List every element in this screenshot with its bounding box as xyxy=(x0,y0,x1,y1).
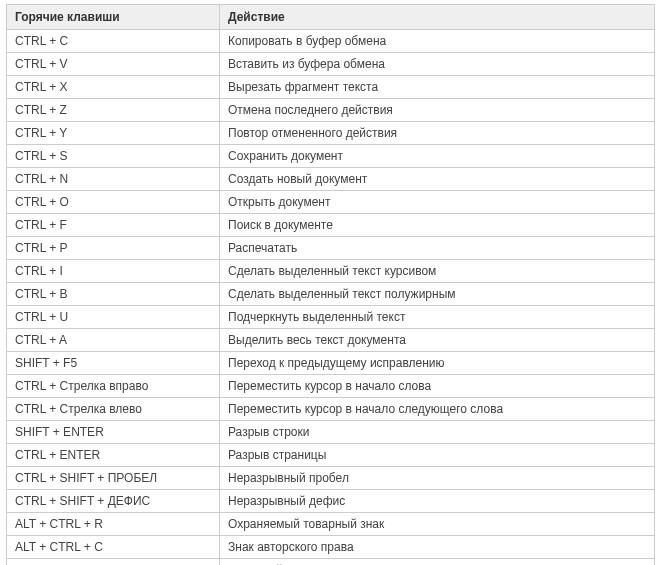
cell-action: Повтор отмененного действия xyxy=(220,122,655,145)
cell-hotkey: CTRL + Стрелка вправо xyxy=(7,375,220,398)
table-row: SHIFT + F5Переход к предыдущему исправле… xyxy=(7,352,655,375)
cell-action: Охраняемый товарный знак xyxy=(220,513,655,536)
table-row: CTRL + BСделать выделенный текст полужир… xyxy=(7,283,655,306)
cell-action: Разрыв строки xyxy=(220,421,655,444)
cell-hotkey: CTRL + U xyxy=(7,306,220,329)
table-row: CTRL + XВырезать фрагмент текста xyxy=(7,76,655,99)
cell-action: Товарный знак xyxy=(220,559,655,566)
table-header-row: Горячие клавиши Действие xyxy=(7,5,655,30)
header-hotkey: Горячие клавиши xyxy=(7,5,220,30)
cell-hotkey: CTRL + F xyxy=(7,214,220,237)
cell-action: Знак авторского права xyxy=(220,536,655,559)
cell-hotkey: ALT + CTRL + R xyxy=(7,513,220,536)
table-row: CTRL + CКопировать в буфер обмена xyxy=(7,30,655,53)
cell-hotkey: ALT + CTRL + T xyxy=(7,559,220,566)
cell-hotkey: CTRL + C xyxy=(7,30,220,53)
cell-action: Поиск в документе xyxy=(220,214,655,237)
table-row: CTRL + YПовтор отмененного действия xyxy=(7,122,655,145)
cell-hotkey: CTRL + N xyxy=(7,168,220,191)
cell-hotkey: SHIFT + ENTER xyxy=(7,421,220,444)
cell-action: Переместить курсор в начало следующего с… xyxy=(220,398,655,421)
cell-action: Вставить из буфера обмена xyxy=(220,53,655,76)
cell-action: Вырезать фрагмент текста xyxy=(220,76,655,99)
table-row: CTRL + AВыделить весь текст документа xyxy=(7,329,655,352)
cell-action: Переместить курсор в начало слова xyxy=(220,375,655,398)
cell-action: Разрыв страницы xyxy=(220,444,655,467)
table-row: ALT + CTRL + CЗнак авторского права xyxy=(7,536,655,559)
shortcuts-table: Горячие клавиши Действие CTRL + CКопиров… xyxy=(6,4,655,565)
cell-action: Копировать в буфер обмена xyxy=(220,30,655,53)
cell-hotkey: CTRL + ENTER xyxy=(7,444,220,467)
cell-hotkey: SHIFT + F5 xyxy=(7,352,220,375)
cell-action: Сохранить документ xyxy=(220,145,655,168)
cell-hotkey: CTRL + Y xyxy=(7,122,220,145)
cell-action: Неразрывный дефис xyxy=(220,490,655,513)
cell-action: Переход к предыдущему исправлению xyxy=(220,352,655,375)
cell-action: Сделать выделенный текст полужирным xyxy=(220,283,655,306)
table-row: SHIFT + ENTERРазрыв строки xyxy=(7,421,655,444)
cell-action: Открыть документ xyxy=(220,191,655,214)
table-row: ALT + CTRL + TТоварный знак xyxy=(7,559,655,566)
cell-hotkey: CTRL + SHIFT + ДЕФИС xyxy=(7,490,220,513)
cell-hotkey: CTRL + SHIFT + ПРОБЕЛ xyxy=(7,467,220,490)
cell-action: Распечатать xyxy=(220,237,655,260)
cell-hotkey: CTRL + V xyxy=(7,53,220,76)
table-row: CTRL + Стрелка влевоПереместить курсор в… xyxy=(7,398,655,421)
header-action: Действие xyxy=(220,5,655,30)
table-row: CTRL + IСделать выделенный текст курсиво… xyxy=(7,260,655,283)
cell-hotkey: CTRL + Стрелка влево xyxy=(7,398,220,421)
table-row: CTRL + SСохранить документ xyxy=(7,145,655,168)
table-row: CTRL + UПодчеркнуть выделенный текст xyxy=(7,306,655,329)
cell-hotkey: CTRL + Z xyxy=(7,99,220,122)
table-row: CTRL + ZОтмена последнего действия xyxy=(7,99,655,122)
table-row: CTRL + VВставить из буфера обмена xyxy=(7,53,655,76)
cell-action: Выделить весь текст документа xyxy=(220,329,655,352)
cell-hotkey: CTRL + I xyxy=(7,260,220,283)
cell-hotkey: CTRL + P xyxy=(7,237,220,260)
cell-hotkey: CTRL + A xyxy=(7,329,220,352)
table-row: CTRL + OОткрыть документ xyxy=(7,191,655,214)
table-row: ALT + CTRL + RОхраняемый товарный знак xyxy=(7,513,655,536)
table-row: CTRL + Стрелка вправоПереместить курсор … xyxy=(7,375,655,398)
table-row: CTRL + ENTERРазрыв страницы xyxy=(7,444,655,467)
table-row: CTRL + SHIFT + ПРОБЕЛНеразрывный пробел xyxy=(7,467,655,490)
table-row: CTRL + PРаспечатать xyxy=(7,237,655,260)
cell-hotkey: ALT + CTRL + C xyxy=(7,536,220,559)
table-row: CTRL + FПоиск в документе xyxy=(7,214,655,237)
table-row: CTRL + NСоздать новый документ xyxy=(7,168,655,191)
cell-hotkey: CTRL + B xyxy=(7,283,220,306)
cell-hotkey: CTRL + X xyxy=(7,76,220,99)
cell-action: Подчеркнуть выделенный текст xyxy=(220,306,655,329)
cell-action: Сделать выделенный текст курсивом xyxy=(220,260,655,283)
table-row: CTRL + SHIFT + ДЕФИСНеразрывный дефис xyxy=(7,490,655,513)
cell-action: Отмена последнего действия xyxy=(220,99,655,122)
cell-hotkey: CTRL + O xyxy=(7,191,220,214)
cell-action: Неразрывный пробел xyxy=(220,467,655,490)
cell-action: Создать новый документ xyxy=(220,168,655,191)
cell-hotkey: CTRL + S xyxy=(7,145,220,168)
